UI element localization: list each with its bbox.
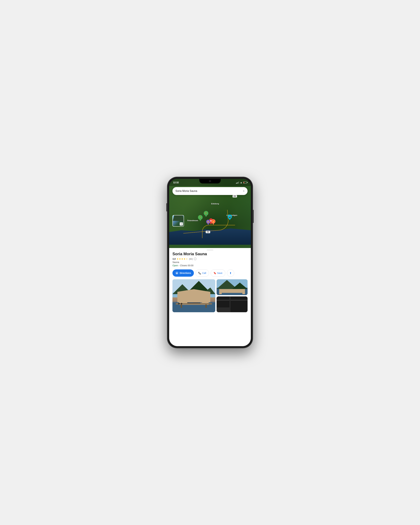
svg-rect-10 <box>198 298 202 303</box>
map-pin-camera[interactable]: 📷 <box>228 215 232 220</box>
svg-rect-12 <box>181 304 182 308</box>
save-button[interactable]: 🔖 Save <box>211 269 225 277</box>
phone-screen: 12:32 ▲ <box>169 179 251 346</box>
open-status: Open <box>172 264 178 267</box>
save-icon: 🔖 <box>214 272 216 274</box>
status-time: 12:32 <box>173 181 179 184</box>
map-view[interactable]: 12:32 ▲ <box>169 179 251 248</box>
map-label-aslandmoen: Åslandmoen <box>187 219 198 222</box>
notch <box>199 179 221 183</box>
search-close-button[interactable]: × <box>243 189 245 193</box>
front-camera <box>209 180 211 182</box>
photo-side-top[interactable] <box>217 279 248 295</box>
directions-icon: ◆ <box>175 272 178 274</box>
info-icon[interactable]: i <box>194 258 196 260</box>
svg-rect-1 <box>172 292 215 297</box>
star-4: ★ <box>184 258 186 260</box>
info-panel: Soria Moria Sauna 4,8 ★ ★ ★ ★ ★ (92) i S… <box>169 248 251 346</box>
battery-fill <box>244 182 244 183</box>
status-icons: ▲ <box>236 181 247 184</box>
photo-main-svg <box>172 279 215 312</box>
streetview-thumbnail[interactable]: ↺ <box>172 215 184 227</box>
svg-rect-25 <box>217 308 229 312</box>
share-button[interactable]: ⬆ <box>227 269 234 277</box>
route-badge-450-bottom: 450 <box>206 231 210 233</box>
star-rating: ★ ★ ★ ★ ★ <box>177 258 188 260</box>
map-pin-hiker-2[interactable]: 🚶 <box>198 215 203 221</box>
drag-handle[interactable] <box>207 250 213 250</box>
map-pin-hiker-1[interactable]: 🚶 <box>204 211 208 217</box>
photo-side-column <box>217 279 248 312</box>
photo-main-image <box>172 279 215 312</box>
call-icon: 📞 <box>198 272 201 274</box>
svg-marker-7 <box>179 291 209 295</box>
battery-icon <box>243 182 247 183</box>
photo-side-top-svg <box>217 279 248 295</box>
map-pin-hotel[interactable]: 🏨 <box>206 220 210 225</box>
map-label-eidsborg: Eidsborg <box>211 203 219 205</box>
star-5: ★ <box>186 258 188 260</box>
save-label: Save <box>217 272 223 274</box>
hours-row: Open · Closes 00:00 <box>172 264 248 267</box>
svg-rect-8 <box>187 297 200 303</box>
route-badge-450-top: 450 <box>233 195 237 197</box>
rating-row: 4,8 ★ ★ ★ ★ ★ (92) i <box>172 258 248 260</box>
review-count: (92) <box>189 258 193 260</box>
map-pin-sauna[interactable]: 🔥 <box>211 219 215 225</box>
signal-icon <box>236 181 239 184</box>
search-bar[interactable]: Soria Moria Sauna × <box>172 187 248 195</box>
star-1: ★ <box>177 258 179 260</box>
action-buttons: ◆ Directions 📞 Call 🔖 Save ⬆ <box>172 269 248 277</box>
closing-time: Closes 00:00 <box>180 264 194 267</box>
place-category: Sauna <box>172 261 248 263</box>
photo-side-bottom-svg <box>217 296 248 312</box>
svg-point-15 <box>181 303 182 304</box>
phone-frame: 12:32 ▲ <box>167 177 253 348</box>
svg-rect-13 <box>205 304 207 308</box>
streetview-icon: ↺ <box>180 222 183 226</box>
directions-button[interactable]: ◆ Directions <box>172 269 194 277</box>
svg-rect-9 <box>189 298 193 303</box>
search-query: Soria Moria Sauna <box>175 189 243 193</box>
photo-gallery[interactable] <box>172 279 248 312</box>
star-2: ★ <box>179 258 181 260</box>
share-icon: ⬆ <box>229 272 232 275</box>
svg-point-14 <box>178 303 180 304</box>
svg-rect-21 <box>222 293 242 295</box>
rating-number: 4,8 <box>172 258 176 260</box>
wifi-icon: ▲ <box>240 181 242 184</box>
star-3: ★ <box>181 258 183 260</box>
svg-rect-23 <box>217 300 248 301</box>
photo-main[interactable] <box>172 279 215 312</box>
directions-label: Directions <box>180 272 191 274</box>
call-label: Call <box>202 272 206 274</box>
screen-content: 12:32 ▲ <box>169 179 251 346</box>
svg-rect-24 <box>229 296 230 312</box>
call-button[interactable]: 📞 Call <box>196 269 209 277</box>
dot-separator: · <box>179 264 180 267</box>
place-name: Soria Moria Sauna <box>172 252 248 256</box>
photo-side-bottom[interactable] <box>217 296 248 312</box>
